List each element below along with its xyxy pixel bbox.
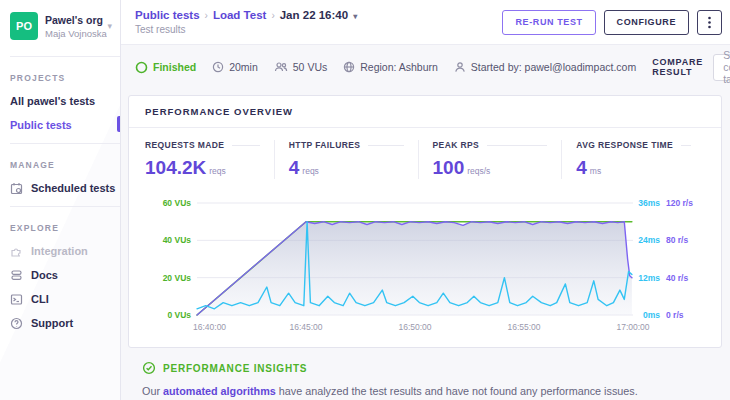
sidebar-item-label: CLI bbox=[31, 293, 49, 305]
metric-label: AVG RESPONSE TIME bbox=[576, 140, 691, 150]
text-segment: have analyzed the test results and have … bbox=[276, 385, 638, 397]
performance-overview-panel: PERFORMANCE OVERVIEW REQUESTS MADE 104.2… bbox=[128, 95, 722, 348]
org-name: Pawel's org bbox=[45, 14, 107, 26]
compare-select-value: Select a compare target bbox=[723, 49, 730, 85]
page-header: Public tests › Load Test › Jan 22 16:40 … bbox=[121, 0, 730, 45]
org-user-name: Maja Vojnoska bbox=[45, 28, 107, 39]
started-by: Started by: pawel@loadimpact.com bbox=[454, 61, 636, 73]
metrics-row: REQUESTS MADE 104.2Kreqs HTTP FAILURES 4… bbox=[129, 128, 721, 189]
metric-unit: reqs bbox=[302, 166, 319, 176]
chevron-down-icon: ▾ bbox=[107, 21, 112, 31]
run-selector[interactable]: Jan 22 16:40 ▾ bbox=[280, 9, 358, 21]
status-text: Finished bbox=[153, 61, 196, 73]
finished-icon bbox=[135, 61, 148, 74]
svg-text:20 VUs: 20 VUs bbox=[163, 273, 192, 283]
breadcrumb-public-tests[interactable]: Public tests bbox=[135, 9, 200, 21]
automated-algorithms-link[interactable]: automated algorithms bbox=[163, 385, 276, 397]
svg-text:16:55:00: 16:55:00 bbox=[507, 322, 540, 332]
metric-unit: reqs/s bbox=[467, 166, 490, 176]
svg-text:17:00:00: 17:00:00 bbox=[616, 322, 649, 332]
terminal-icon bbox=[10, 293, 24, 305]
metric-http-failures: HTTP FAILURES 4reqs bbox=[274, 140, 418, 179]
sidebar-item-label: Integration bbox=[31, 245, 88, 257]
svg-text:0ms: 0ms bbox=[643, 310, 660, 320]
help-icon bbox=[10, 317, 24, 329]
check-circle-icon bbox=[142, 361, 156, 375]
section-title-explore: EXPLORE bbox=[0, 215, 120, 239]
svg-text:24ms: 24ms bbox=[638, 235, 660, 245]
chevron-down-icon: ▾ bbox=[353, 12, 357, 21]
started-by-text: Started by: pawel@loadimpact.com bbox=[471, 61, 636, 73]
metric-avg-response-time: AVG RESPONSE TIME 4ms bbox=[561, 140, 705, 179]
svg-text:40 VUs: 40 VUs bbox=[163, 235, 192, 245]
svg-text:120 r/s: 120 r/s bbox=[666, 198, 693, 208]
breadcrumb: Public tests › Load Test › Jan 22 16:40 … bbox=[135, 9, 357, 21]
compare-target-select[interactable]: Select a compare target ▾ bbox=[713, 54, 730, 81]
svg-text:16:50:00: 16:50:00 bbox=[398, 322, 431, 332]
duration: 20min bbox=[212, 61, 258, 73]
configure-button[interactable]: CONFIGURE bbox=[604, 10, 689, 35]
users-icon bbox=[274, 61, 288, 73]
panel-title: PERFORMANCE OVERVIEW bbox=[129, 96, 721, 128]
sidebar-item-label: All pawel's tests bbox=[10, 95, 95, 107]
active-indicator bbox=[117, 116, 120, 132]
compare-result-label: COMPARE RESULT bbox=[652, 57, 703, 77]
svg-text:12ms: 12ms bbox=[638, 273, 660, 283]
metric-label: HTTP FAILURES bbox=[289, 140, 404, 150]
svg-text:36ms: 36ms bbox=[638, 198, 660, 208]
docs-icon bbox=[10, 269, 24, 281]
performance-chart: 0 VUs0ms0 r/s20 VUs12ms40 r/s40 VUs24ms8… bbox=[129, 189, 721, 347]
insights-paragraph-1: Our automated algorithms have analyzed t… bbox=[142, 383, 714, 400]
sidebar-item-all-pawels-tests[interactable]: All pawel's tests bbox=[0, 89, 120, 113]
page-subtitle: Test results bbox=[135, 24, 357, 35]
section-title-projects: PROJECTS bbox=[0, 65, 120, 89]
vus-text: 50 VUs bbox=[293, 61, 327, 73]
sidebar-item-label: Public tests bbox=[10, 119, 72, 131]
puzzle-icon bbox=[10, 245, 24, 257]
metric-label: PEAK RPS bbox=[433, 140, 548, 150]
text-segment: Our bbox=[142, 385, 163, 397]
duration-text: 20min bbox=[229, 61, 258, 73]
metric-value: 100 bbox=[433, 157, 465, 178]
run-date: Jan 22 16:40 bbox=[280, 9, 348, 21]
svg-text:16:45:00: 16:45:00 bbox=[289, 322, 322, 332]
sidebar-item-integration[interactable]: Integration bbox=[0, 239, 120, 263]
metric-peak-rps: PEAK RPS 100reqs/s bbox=[418, 140, 562, 179]
sidebar-item-public-tests[interactable]: Public tests bbox=[0, 113, 120, 137]
metric-value: 4 bbox=[576, 157, 587, 178]
metric-requests-made: REQUESTS MADE 104.2Kreqs bbox=[145, 140, 274, 179]
svg-text:16:40:00: 16:40:00 bbox=[193, 322, 226, 332]
svg-text:0 VUs: 0 VUs bbox=[167, 310, 191, 320]
calendar-icon bbox=[10, 182, 24, 194]
metric-unit: ms bbox=[590, 166, 601, 176]
divider bbox=[10, 206, 120, 207]
kebab-icon bbox=[708, 16, 711, 29]
org-switcher[interactable]: PO Pawel's org Maja Vojnoska ▾ bbox=[0, 0, 120, 50]
metric-label: REQUESTS MADE bbox=[145, 140, 260, 150]
more-options-button[interactable] bbox=[697, 10, 722, 35]
sidebar-item-label: Docs bbox=[31, 269, 58, 281]
svg-text:40 r/s: 40 r/s bbox=[666, 273, 688, 283]
org-avatar: PO bbox=[10, 12, 38, 40]
performance-insights: PERFORMANCE INSIGHTS Our automated algor… bbox=[121, 348, 730, 400]
breadcrumb-separator: › bbox=[205, 10, 208, 21]
sidebar-item-cli[interactable]: CLI bbox=[0, 287, 120, 311]
vus-count: 50 VUs bbox=[274, 61, 327, 73]
sidebar-item-support[interactable]: Support bbox=[0, 311, 120, 335]
insights-title: PERFORMANCE INSIGHTS bbox=[163, 363, 307, 374]
breadcrumb-load-test[interactable]: Load Test bbox=[213, 9, 266, 21]
sidebar-item-docs[interactable]: Docs bbox=[0, 263, 120, 287]
region: Region: Ashburn bbox=[343, 61, 438, 73]
metric-value: 104.2K bbox=[145, 157, 206, 178]
svg-text:80 r/s: 80 r/s bbox=[666, 235, 688, 245]
sidebar-item-scheduled-tests[interactable]: Scheduled tests bbox=[0, 176, 120, 200]
region-text: Region: Ashburn bbox=[360, 61, 438, 73]
metric-unit: reqs bbox=[209, 166, 226, 176]
divider bbox=[10, 56, 120, 57]
main-area: Public tests › Load Test › Jan 22 16:40 … bbox=[121, 0, 730, 400]
metric-value: 4 bbox=[289, 157, 300, 178]
svg-text:0 r/s: 0 r/s bbox=[666, 310, 684, 320]
rerun-test-button[interactable]: RE-RUN TEST bbox=[502, 10, 595, 35]
divider bbox=[10, 143, 120, 144]
section-title-manage: MANAGE bbox=[0, 152, 120, 176]
